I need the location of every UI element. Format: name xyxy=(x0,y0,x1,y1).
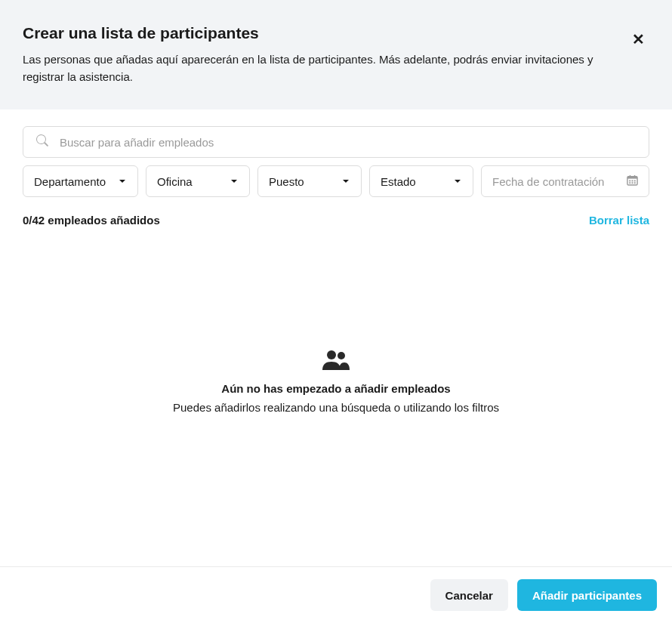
svg-rect-2 xyxy=(630,175,630,177)
svg-rect-8 xyxy=(632,182,633,184)
position-filter[interactable]: Puesto xyxy=(257,165,362,197)
hire-date-filter-placeholder: Fecha de contratación xyxy=(492,175,604,188)
department-filter-label: Departamento xyxy=(34,175,106,188)
add-participants-button[interactable]: Añadir participantes xyxy=(517,579,657,611)
svg-rect-7 xyxy=(629,182,630,184)
cancel-button[interactable]: Cancelar xyxy=(430,579,508,611)
svg-rect-9 xyxy=(634,182,636,184)
calendar-icon xyxy=(627,174,638,188)
modal-description: Las personas que añadas aquí aparecerán … xyxy=(23,51,634,85)
chevron-down-icon xyxy=(118,175,127,188)
search-wrapper xyxy=(23,126,649,158)
empty-state-description: Puedes añadirlos realizando una búsqueda… xyxy=(173,401,499,414)
svg-rect-3 xyxy=(634,175,635,177)
status-row: 0/42 empleados añadidos Borrar lista xyxy=(23,214,649,227)
office-filter-label: Oficina xyxy=(157,175,193,188)
search-icon xyxy=(36,134,48,150)
close-button[interactable]: ✕ xyxy=(632,32,645,47)
svg-rect-6 xyxy=(634,180,636,182)
chevron-down-icon xyxy=(341,175,350,188)
clear-list-link[interactable]: Borrar lista xyxy=(589,214,649,227)
chevron-down-icon xyxy=(230,175,239,188)
svg-rect-1 xyxy=(627,177,637,179)
svg-rect-4 xyxy=(629,180,630,182)
modal-header: Crear una lista de participantes Las per… xyxy=(0,0,672,109)
chevron-down-icon xyxy=(453,175,462,188)
modal-title: Crear una lista de participantes xyxy=(23,24,649,42)
empty-state-title: Aún no has empezado a añadir empleados xyxy=(221,382,450,395)
filters-row: Departamento Oficina Puesto Estado Fecha… xyxy=(23,165,649,197)
svg-rect-5 xyxy=(632,180,633,182)
users-icon xyxy=(322,349,350,373)
status-filter[interactable]: Estado xyxy=(369,165,473,197)
position-filter-label: Puesto xyxy=(269,175,304,188)
status-filter-label: Estado xyxy=(381,175,416,188)
department-filter[interactable]: Departamento xyxy=(23,165,138,197)
empty-state: Aún no has empezado a añadir empleados P… xyxy=(23,242,649,566)
office-filter[interactable]: Oficina xyxy=(146,165,250,197)
search-input[interactable] xyxy=(23,126,649,158)
hire-date-filter[interactable]: Fecha de contratación xyxy=(481,165,649,197)
modal-footer: Cancelar Añadir participantes xyxy=(0,566,672,623)
close-icon: ✕ xyxy=(632,31,645,48)
modal-content: Departamento Oficina Puesto Estado Fecha… xyxy=(0,109,672,566)
employee-count: 0/42 empleados añadidos xyxy=(23,214,160,227)
svg-point-10 xyxy=(327,350,336,359)
svg-point-11 xyxy=(338,352,345,359)
